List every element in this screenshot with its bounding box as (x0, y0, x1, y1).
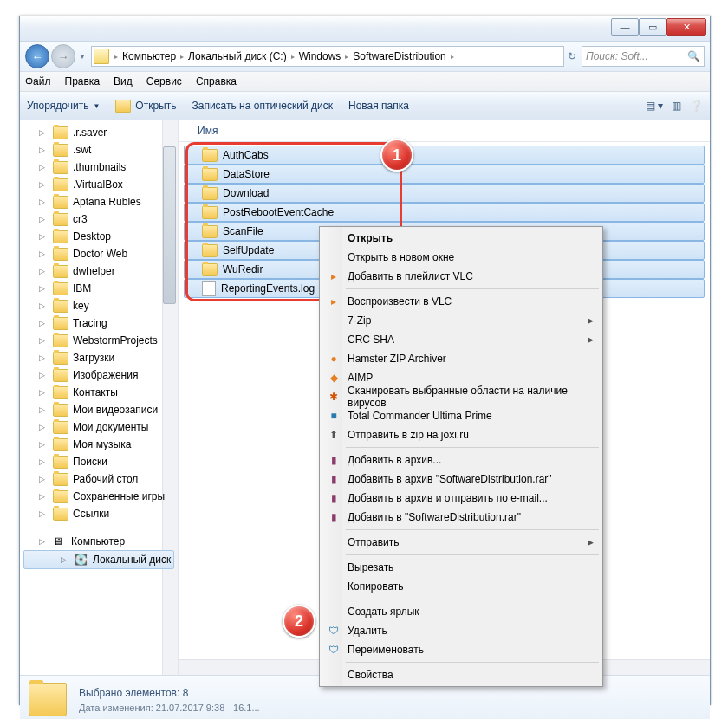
context-menu-item[interactable]: ▮Добавить в "SoftwareDistribution.rar" (322, 508, 601, 527)
file-item[interactable]: AuthCabs (184, 146, 705, 165)
help-button[interactable]: ❔ (690, 100, 703, 112)
sidebar-item[interactable]: ▷WebstormProjects (20, 332, 178, 349)
crumb-computer[interactable]: Компьютер (120, 50, 179, 62)
crumb-softwaredistribution[interactable]: SoftwareDistribution (350, 50, 448, 62)
sidebar-item[interactable]: ▷IBM (20, 280, 178, 297)
burn-button[interactable]: Записать на оптический диск (192, 100, 333, 112)
context-menu-item[interactable]: ▸Воспроизвести в VLC (322, 292, 601, 311)
expand-icon[interactable]: ▷ (39, 163, 45, 172)
sidebar-item[interactable]: ▷Doctor Web (20, 245, 178, 262)
sidebar-item[interactable]: ▷.thumbnails (20, 159, 178, 176)
context-menu-item[interactable]: Вырезать (322, 558, 601, 577)
organize-button[interactable]: Упорядочить ▼ (27, 100, 100, 112)
file-item[interactable]: DataStore (184, 165, 705, 184)
expand-icon[interactable]: ▷ (39, 198, 45, 206)
sidebar-item[interactable]: ▷Aptana Rubles (20, 193, 178, 211)
expand-icon[interactable]: ▷ (39, 423, 45, 431)
sidebar-item[interactable]: ▷Ссылки (20, 505, 178, 522)
refresh-icon[interactable]: ↻ (568, 50, 576, 62)
expand-icon[interactable]: ▷ (39, 353, 45, 362)
open-button[interactable]: Открыть (115, 100, 176, 113)
expand-icon[interactable]: ▷ (39, 232, 45, 241)
sidebar-item[interactable]: ▷Моя музыка (20, 436, 178, 453)
context-menu-item[interactable]: 🛡Удалить (322, 621, 601, 640)
expand-icon[interactable]: ▷ (39, 492, 45, 501)
close-button[interactable]: ✕ (666, 18, 706, 36)
expand-icon[interactable]: ▷ (39, 215, 45, 223)
expand-icon[interactable]: ▷ (39, 128, 45, 137)
context-menu-item[interactable]: 🛡Переименовать (322, 640, 601, 659)
expand-icon[interactable]: ▷ (39, 336, 45, 345)
crumb-disk-c[interactable]: Локальный диск (C:) (185, 50, 289, 62)
sidebar-item[interactable]: ▷Мои видеозаписи (20, 401, 178, 418)
context-menu-item[interactable]: ●Hamster ZIP Archiver (322, 349, 601, 368)
expand-icon[interactable]: ▷ (39, 371, 45, 379)
expand-icon[interactable]: ▷ (39, 180, 45, 189)
sidebar-item[interactable]: ▷Мои документы (20, 418, 178, 436)
context-menu-item[interactable]: ▮Добавить в архив... (322, 450, 601, 470)
expand-icon[interactable]: ▷ (39, 405, 45, 414)
expand-icon[interactable]: ▷ (39, 267, 45, 275)
context-menu-item[interactable]: Открыть в новом окне (322, 248, 601, 267)
context-menu-item[interactable]: Создать ярлык (322, 602, 601, 621)
sidebar-item[interactable]: ▷Рабочий стол (20, 470, 178, 488)
context-menu-item[interactable]: Отправить▶ (322, 533, 601, 552)
context-menu-item[interactable]: ✱Сканировать выбранные области на наличи… (322, 387, 601, 406)
context-menu-item[interactable]: CRC SHA▶ (322, 330, 601, 349)
context-menu-item[interactable]: ▸Добавить в плейлист VLC (322, 267, 601, 286)
address-bar[interactable]: ▸ Компьютер▸ Локальный диск (C:)▸ Window… (91, 46, 564, 67)
view-options-button[interactable]: ▤ ▾ (646, 100, 663, 112)
context-menu-item[interactable]: ■Total Commander Ultima Prime (322, 406, 601, 425)
sidebar-item[interactable]: ▷Контакты (20, 384, 178, 401)
nav-history-dropdown[interactable]: ▼ (77, 45, 88, 68)
context-menu-item[interactable]: Открыть (322, 229, 601, 248)
back-button[interactable]: ← (25, 44, 49, 68)
forward-button[interactable]: → (51, 44, 75, 68)
expand-icon[interactable]: ▷ (39, 388, 45, 397)
search-input[interactable]: Поиск: Soft... 🔍 (582, 46, 705, 67)
expand-icon[interactable]: ▷ (39, 146, 45, 154)
file-item[interactable]: Download (184, 184, 705, 203)
column-header-name[interactable]: Имя (179, 120, 710, 142)
crumb-windows[interactable]: Windows (296, 50, 344, 62)
sidebar-item[interactable]: ▷.r.saver (20, 124, 178, 141)
menu-edit[interactable]: Правка (65, 75, 101, 87)
expand-icon[interactable]: ▷ (61, 555, 67, 564)
sidebar-item[interactable]: ▷Поиски (20, 453, 178, 470)
menu-tools[interactable]: Сервис (146, 75, 182, 87)
expand-icon[interactable]: ▷ (39, 509, 45, 518)
newfolder-button[interactable]: Новая папка (348, 100, 409, 112)
sidebar-item[interactable]: ▷Tracing (20, 314, 178, 332)
sidebar-item[interactable]: ▷💽Локальный диск (C:) (23, 550, 174, 569)
menu-file[interactable]: Файл (25, 75, 51, 87)
sidebar-item[interactable]: ▷cr3 (20, 211, 178, 228)
sidebar-item[interactable]: ▷Загрузки (20, 349, 178, 366)
context-menu-item[interactable]: 7-Zip▶ (322, 311, 601, 330)
maximize-button[interactable]: ▭ (639, 18, 666, 36)
menu-view[interactable]: Вид (114, 75, 133, 87)
file-item[interactable]: PostRebootEventCache (184, 203, 705, 222)
sidebar-item[interactable]: ▷Изображения (20, 366, 178, 384)
context-menu-item[interactable]: ⬆Отправить в zip на joxi.ru (322, 425, 601, 444)
sidebar-item[interactable]: ▷dwhelper (20, 262, 178, 280)
sidebar-item[interactable]: ▷key (20, 297, 178, 314)
expand-icon[interactable]: ▷ (39, 319, 45, 327)
context-menu-item[interactable]: Свойства (322, 665, 601, 684)
context-menu-item[interactable]: ▮Добавить в архив и отправить по e-mail.… (322, 489, 601, 508)
sidebar-item[interactable]: ▷🖥Компьютер (20, 533, 178, 550)
sidebar-item[interactable]: ▷Desktop (20, 228, 178, 245)
expand-icon[interactable]: ▷ (39, 301, 45, 310)
minimize-button[interactable]: — (611, 18, 639, 36)
expand-icon[interactable]: ▷ (39, 249, 45, 258)
sidebar-item[interactable]: ▷.VirtualBox (20, 176, 178, 193)
expand-icon[interactable]: ▷ (39, 475, 45, 483)
expand-icon[interactable]: ▷ (39, 284, 45, 293)
preview-pane-button[interactable]: ▥ (672, 100, 681, 112)
context-menu-item[interactable]: Копировать (322, 577, 601, 596)
expand-icon[interactable]: ▷ (39, 440, 45, 449)
context-menu-item[interactable]: ▮Добавить в архив "SoftwareDistribution.… (322, 470, 601, 489)
menu-help[interactable]: Справка (196, 75, 237, 87)
sidebar-item[interactable]: ▷Сохраненные игры (20, 488, 178, 505)
sidebar-item[interactable]: ▷.swt (20, 141, 178, 159)
expand-icon[interactable]: ▷ (39, 537, 45, 546)
